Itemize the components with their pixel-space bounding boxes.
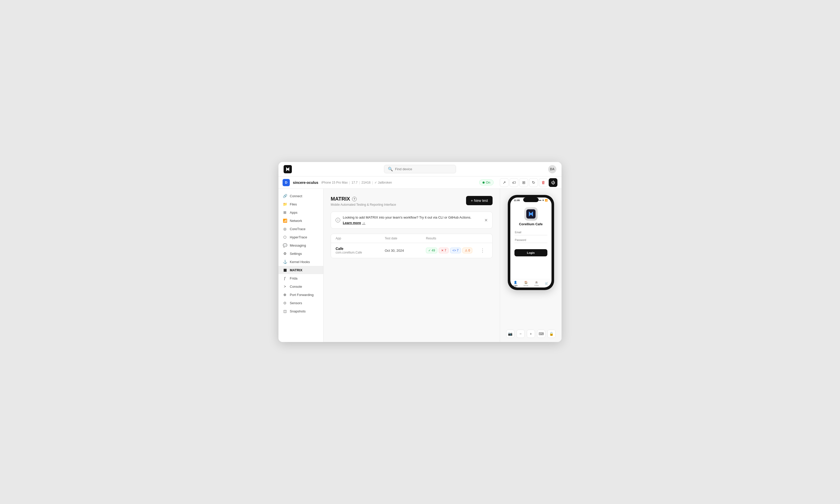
- columns-button[interactable]: ⊞: [519, 178, 528, 187]
- keyboard-button[interactable]: ⌨: [537, 330, 545, 338]
- coretrace-icon: ◎: [283, 227, 287, 231]
- phone-notch: [523, 197, 539, 202]
- device-name: sincere-oculus: [293, 181, 318, 185]
- code-badge: <> 7: [450, 248, 461, 253]
- row-more-button[interactable]: ⋮: [477, 248, 488, 253]
- sidebar-item-snapshots[interactable]: ◫ Snapshots: [278, 307, 323, 315]
- banner-close-button[interactable]: ✕: [484, 218, 488, 223]
- info-banner-left: i Looking to add MATRIX into your team's…: [336, 215, 471, 225]
- refresh-button[interactable]: ↻: [529, 178, 538, 187]
- info-icon: i: [336, 218, 340, 222]
- help-icon[interactable]: ?: [352, 197, 357, 201]
- status-badge: On: [479, 179, 494, 185]
- nav-login-label: Login: [513, 285, 518, 286]
- sidebar: 🔗 Connect 📁 Files ⊞ Apps 📶 Network ◎ Cor…: [278, 189, 323, 342]
- results-badges: ✓ 49 ✕ 7 <> 7 ⚠ 0: [426, 248, 477, 253]
- device-version: 17.7: [352, 181, 357, 184]
- sidebar-label-hypertrace: HyperTrace: [290, 235, 307, 239]
- phone-nav-login[interactable]: 👤 Login: [513, 281, 518, 286]
- search-input[interactable]: [395, 167, 447, 171]
- sidebar-item-apps[interactable]: ⊞ Apps: [278, 208, 323, 217]
- matrix-title: MATRIX ?: [331, 196, 396, 202]
- nav-home-label: Home: [523, 285, 528, 286]
- phone-email-field[interactable]: [514, 230, 547, 235]
- external-link-button[interactable]: ↗: [500, 178, 509, 187]
- phone-password-field[interactable]: [514, 237, 547, 243]
- sidebar-item-frida[interactable]: ƒ Frida: [278, 274, 323, 282]
- search-bar: 🔍: [296, 165, 544, 173]
- phone-login-button[interactable]: Login: [514, 249, 547, 256]
- messaging-icon: 💬: [283, 243, 287, 247]
- device-bar: D sincere-oculus iPhone 15 Pro Max | 17.…: [278, 176, 562, 189]
- sidebar-item-coretrace[interactable]: ◎ CoreTrace: [278, 225, 323, 233]
- banner-text: Looking to add MATRIX into your team's w…: [343, 215, 471, 219]
- sidebar-item-console[interactable]: > Console: [278, 282, 323, 291]
- volume-down-button[interactable]: −: [517, 330, 525, 338]
- matrix-icon: ▦: [283, 268, 287, 272]
- status-label: On: [486, 181, 490, 184]
- sidebar-label-frida: Frida: [290, 276, 298, 280]
- sidebar-item-network[interactable]: 📶 Network: [278, 217, 323, 225]
- phone-signal: ●●● ▼ 📶: [537, 199, 548, 202]
- sidebar-item-messaging[interactable]: 💬 Messaging: [278, 241, 323, 249]
- sidebar-label-connect: Connect: [290, 194, 302, 198]
- app-name: Cafe: [336, 247, 385, 251]
- phone-app-content: Corellium Cafe Login: [510, 202, 552, 279]
- power-button[interactable]: ⏻: [549, 178, 557, 187]
- results-table: App Test date Results Cafe com.corellium…: [331, 234, 493, 258]
- phone-mockup: 11:05 ●●● ▼ 📶 Corellium Cafe: [508, 195, 554, 290]
- fail-badge: ✕ 7: [439, 248, 449, 253]
- sidebar-item-files[interactable]: 📁 Files: [278, 200, 323, 208]
- sidebar-label-port-forwarding: Port Forwarding: [290, 293, 313, 297]
- sidebar-item-kernel-hooks[interactable]: ⚓ Kernel Hooks: [278, 258, 323, 266]
- sidebar-label-sensors: Sensors: [290, 301, 302, 305]
- phone-bottom-nav: 👤 Login 🏠 Home ☕ Order 🛒: [510, 279, 552, 287]
- col-test-date: Test date: [385, 237, 426, 240]
- screenshot-button[interactable]: 📷: [506, 330, 514, 338]
- settings-icon: ⚙: [283, 251, 287, 256]
- phone-app-logo: [524, 207, 538, 221]
- network-icon: 📶: [283, 219, 287, 223]
- delete-button[interactable]: 🗑: [539, 178, 548, 187]
- jailbroken-label: ✓ Jailbroken: [374, 181, 392, 184]
- nav-cart-icon: 🛒: [545, 282, 548, 285]
- sidebar-item-port-forwarding[interactable]: ⊕ Port Forwarding: [278, 291, 323, 299]
- sidebar-label-settings: Settings: [290, 252, 302, 256]
- phone-nav-home[interactable]: 🏠 Home: [523, 281, 528, 286]
- device-model: iPhone 15 Pro Max: [321, 181, 348, 184]
- app-cell: Cafe com.corellium.Cafe: [336, 247, 385, 254]
- sidebar-item-hypertrace[interactable]: ⬡ HyperTrace: [278, 233, 323, 241]
- sidebar-item-connect[interactable]: 🔗 Connect: [278, 192, 323, 200]
- sidebar-item-settings[interactable]: ⚙ Settings: [278, 249, 323, 258]
- sidebar-label-messaging: Messaging: [290, 244, 306, 247]
- sidebar-label-snapshots: Snapshots: [290, 309, 305, 313]
- snapshots-icon: ◫: [283, 309, 287, 313]
- lock-button[interactable]: 🔒: [547, 330, 556, 338]
- files-icon: 📁: [283, 202, 287, 206]
- table-header: App Test date Results: [331, 234, 492, 243]
- sidebar-label-kernel-hooks: Kernel Hooks: [290, 260, 310, 264]
- frida-icon: ƒ: [283, 276, 287, 280]
- learn-more-link[interactable]: Learn more →: [343, 221, 471, 225]
- phone-bottom-toolbar: 📷 − + ⌨ 🔒: [506, 330, 556, 338]
- sidebar-label-console: Console: [290, 285, 302, 289]
- matrix-heading: MATRIX ? Mobile Automated Testing & Repo…: [331, 196, 396, 206]
- hypertrace-icon: ⬡: [283, 235, 287, 239]
- port-forwarding-icon: ⊕: [283, 293, 287, 297]
- phone-time: 11:05: [514, 199, 520, 202]
- phone-nav-order[interactable]: ☕ Order: [534, 281, 539, 286]
- search-icon: 🔍: [388, 167, 393, 172]
- table-row: Cafe com.corellium.Cafe Oct 30, 2024 ✓ 4…: [331, 243, 492, 258]
- sidebar-item-matrix[interactable]: ▦ MATRIX: [278, 266, 323, 274]
- sidebar-item-sensors[interactable]: ⊙ Sensors: [278, 299, 323, 307]
- phone-nav-cart[interactable]: 🛒: [545, 282, 548, 286]
- app-window: 🔍 DA D sincere-oculus iPhone 15 Pro Max …: [278, 162, 562, 342]
- app-bundle: com.corellium.Cafe: [336, 251, 385, 254]
- sidebar-label-files: Files: [290, 202, 297, 206]
- phone-area: 11:05 ●●● ▼ 📶 Corellium Cafe: [500, 189, 562, 342]
- tag-button[interactable]: 🏷: [510, 178, 518, 187]
- volume-up-button[interactable]: +: [527, 330, 535, 338]
- search-input-wrap[interactable]: 🔍: [384, 165, 456, 173]
- sidebar-label-coretrace: CoreTrace: [290, 227, 305, 231]
- new-test-button[interactable]: + New test: [466, 196, 493, 205]
